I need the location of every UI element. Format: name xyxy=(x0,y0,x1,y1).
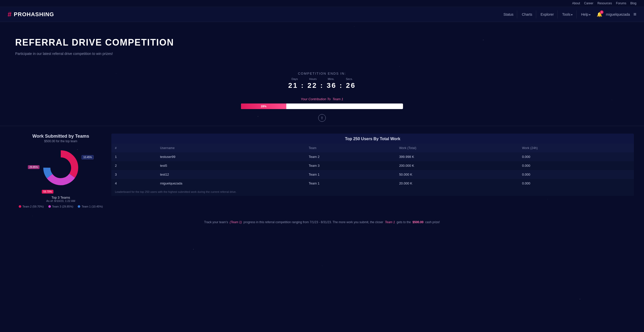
legend-label-team1: Team 1 (10.45%) xyxy=(82,205,103,208)
top3-date: As of: 8/10/23, 1:22 AM xyxy=(10,199,111,202)
countdown-units: Days Hours Mins. Secs. xyxy=(246,77,398,80)
logo[interactable]: # PROHASHING xyxy=(8,10,500,18)
logo-hash-icon: # xyxy=(8,10,12,18)
legend-dot-team1 xyxy=(78,205,80,208)
top-bar: About Career Resources Forums Blog xyxy=(0,0,644,7)
navbar: # PROHASHING Status Charts Explorer Tool… xyxy=(0,7,644,22)
topbar-career[interactable]: Career xyxy=(584,2,593,5)
table-row: 3 test12 Team 1 50.000 K 0.000 xyxy=(111,170,634,179)
cell-rank: 2 xyxy=(111,161,156,170)
top3-title: Top 3 Teams xyxy=(10,196,111,199)
progress-percentage-label: 28% xyxy=(261,105,267,108)
logo-text: PROHASHING xyxy=(14,11,54,18)
table-row: 1 testuser99 Team 2 399.998 K 0.000 xyxy=(111,152,634,161)
notification-bell[interactable]: 🔔 0 xyxy=(597,12,602,17)
countdown-label: COMPETITION ENDS IN: xyxy=(246,72,398,75)
cell-rank: 1 xyxy=(111,152,156,161)
cell-username: test5 xyxy=(156,161,305,170)
cell-team: Team 3 xyxy=(305,161,396,170)
legend-team1: Team 1 (10.45%) xyxy=(78,205,103,208)
table-header-row: # Username Team Work (Total) Work (24h) xyxy=(111,144,634,152)
progress-bar-fill: 28% xyxy=(241,103,286,109)
cell-username: testuser99 xyxy=(156,152,305,161)
pie-label-team2: 59.70% xyxy=(42,190,53,194)
pie-label-team3: 29.85% xyxy=(28,165,39,169)
table-row: 4 miguelquezada Team 1 20.000 K 0.000 xyxy=(111,179,634,188)
col-team: Team xyxy=(305,144,396,152)
topbar-resources[interactable]: Resources xyxy=(597,2,612,5)
topbar-blog[interactable]: Blog xyxy=(630,2,636,5)
footer-team-italic: (Team 1) xyxy=(230,220,242,224)
nav-help[interactable]: Help xyxy=(578,10,594,18)
footer-text-middle: progress in this referral competition ra… xyxy=(244,220,383,224)
chevron-up-button[interactable]: ⇧ xyxy=(318,114,326,122)
contribution-label-prefix: Your Contribution To xyxy=(301,97,331,101)
hamburger-icon[interactable]: ≡ xyxy=(633,11,636,17)
hero-section: REFERRAL DRIVE COMPETITION Participate i… xyxy=(0,22,644,64)
nav-charts[interactable]: Charts xyxy=(518,10,536,18)
leaderboard-section: Top 250 Users By Total Work # Username T… xyxy=(111,134,634,196)
contribution-label: Your Contribution To Team 1 xyxy=(233,97,411,101)
chevron-wrap: ⇧ xyxy=(0,114,644,122)
footer-text-end: cash prize! xyxy=(425,220,440,224)
col-work-24h: Work (24h) xyxy=(518,144,634,152)
cell-work-24h: 0.000 xyxy=(518,170,634,179)
cell-work-24h: 0.000 xyxy=(518,179,634,188)
chart-legend: Team 2 (59.70%) Team 3 (29.85%) Team 1 (… xyxy=(10,205,111,208)
contribution-section: Your Contribution To Team 1 28% xyxy=(233,97,411,109)
legend-team2: Team 2 (59.70%) xyxy=(19,205,44,208)
cell-username: test12 xyxy=(156,170,305,179)
hero-title: REFERRAL DRIVE COMPETITION xyxy=(15,37,629,48)
cell-rank: 4 xyxy=(111,179,156,188)
nav-tools[interactable]: Tools xyxy=(559,10,577,18)
unit-days: Days xyxy=(290,77,300,80)
cell-team: Team 2 xyxy=(305,152,396,161)
topbar-about[interactable]: About xyxy=(572,2,580,5)
table-row: 2 test5 Team 3 200.000 K 0.000 xyxy=(111,161,634,170)
notification-badge: 0 xyxy=(600,10,603,14)
pie-chart-subtitle: $500.00 for the top team xyxy=(10,139,111,143)
countdown-time: 21 : 22 : 36 : 26 xyxy=(246,81,398,90)
col-rank: # xyxy=(111,144,156,152)
countdown-section: COMPETITION ENDS IN: Days Hours Mins. Se… xyxy=(246,72,398,90)
nav-right: 🔔 0 miguelquezada ≡ xyxy=(597,11,636,17)
footer-prize: $500.00 xyxy=(413,220,424,224)
nav-status[interactable]: Status xyxy=(500,10,517,18)
topbar-forums[interactable]: Forums xyxy=(616,2,626,5)
unit-hours: Hours xyxy=(308,77,318,80)
legend-label-team2: Team 2 (59.70%) xyxy=(23,205,44,208)
svg-point-3 xyxy=(51,158,70,177)
leaderboard-table: # Username Team Work (Total) Work (24h) … xyxy=(111,144,634,188)
cell-rank: 3 xyxy=(111,170,156,179)
footer-note: Track your team's (Team 1) progress in t… xyxy=(0,216,644,233)
col-username: Username xyxy=(156,144,305,152)
bottom-section: Work Submitted by Teams $500.00 for the … xyxy=(0,126,644,216)
table-note: Leaderboard for the top 250 users with t… xyxy=(111,188,634,196)
legend-team3: Team 3 (29.85%) xyxy=(48,205,73,208)
footer-text-prefix: Track your team's xyxy=(204,220,228,224)
username-nav[interactable]: miguelquezada xyxy=(606,12,630,16)
footer-text-suffix: gets to the xyxy=(397,220,411,224)
col-work-total: Work (Total) xyxy=(396,144,519,152)
cell-team: Team 1 xyxy=(305,170,396,179)
legend-dot-team2 xyxy=(19,205,21,208)
table-title: Top 250 Users By Total Work xyxy=(111,134,634,144)
unit-secs: Secs. xyxy=(344,77,354,80)
pie-label-team1: 10.45% xyxy=(82,155,94,159)
cell-work-total: 20.000 K xyxy=(396,179,519,188)
contribution-team-name: Team 1 xyxy=(332,97,343,101)
nav-explorer[interactable]: Explorer xyxy=(537,10,558,18)
footer-team-italic2: Team 1 xyxy=(385,220,395,224)
pie-chart-section: Work Submitted by Teams $500.00 for the … xyxy=(10,134,111,208)
cell-work-24h: 0.000 xyxy=(518,161,634,170)
cell-work-total: 399.998 K xyxy=(396,152,519,161)
cell-work-24h: 0.000 xyxy=(518,152,634,161)
legend-label-team3: Team 3 (29.85%) xyxy=(52,205,73,208)
pie-chart-title: Work Submitted by Teams xyxy=(10,134,111,139)
unit-mins: Mins. xyxy=(326,77,336,80)
pie-chart-svg xyxy=(41,148,81,188)
hero-subtitle: Participate in our latest referral drive… xyxy=(15,51,116,56)
nav-links: Status Charts Explorer Tools Help xyxy=(500,10,594,18)
cell-work-total: 200.000 K xyxy=(396,161,519,170)
legend-dot-team3 xyxy=(48,205,51,208)
